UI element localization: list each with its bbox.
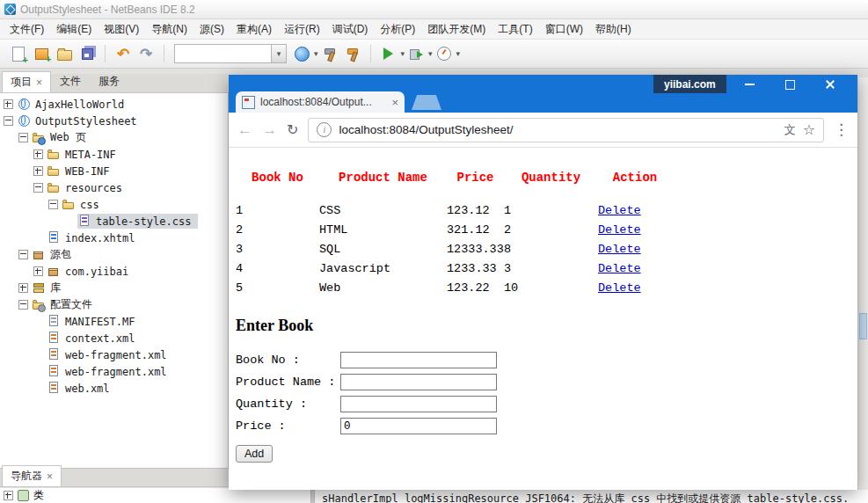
- new-project-button[interactable]: [30, 42, 53, 65]
- menu-team[interactable]: 团队开发(M): [421, 19, 492, 40]
- tree-item-context-xml[interactable]: context.xml: [0, 330, 228, 346]
- close-icon[interactable]: ×: [47, 471, 53, 482]
- collapse-toggle-icon[interactable]: [48, 200, 58, 209]
- clean-build-button[interactable]: [341, 42, 364, 65]
- menu-navigate[interactable]: 导航(N): [145, 19, 193, 40]
- tree-item-outputstylesheet[interactable]: OutputStylesheet: [0, 113, 228, 129]
- close-button[interactable]: [810, 75, 850, 94]
- tree-item-source-packages[interactable]: 源包: [0, 246, 228, 263]
- tree-item-web-pages[interactable]: Web 页: [0, 129, 228, 146]
- bookmark-star-icon[interactable]: ☆: [803, 123, 815, 137]
- save-all-button[interactable]: [76, 42, 98, 65]
- debug-project-button[interactable]: [405, 42, 427, 65]
- tree-item-libraries[interactable]: 库: [0, 280, 228, 296]
- expand-toggle-icon[interactable]: [4, 99, 13, 109]
- delete-link[interactable]: Delete: [598, 223, 641, 237]
- expand-toggle-icon[interactable]: [33, 166, 43, 176]
- menu-edit[interactable]: 编辑(E): [50, 19, 98, 40]
- editor-scrollbar[interactable]: [857, 77, 868, 490]
- delete-link[interactable]: Delete: [598, 281, 641, 295]
- menu-file[interactable]: 文件(F): [4, 19, 50, 40]
- navigator-item-label[interactable]: 类: [33, 488, 44, 503]
- scrollbar-thumb[interactable]: [859, 313, 867, 339]
- expand-toggle-icon[interactable]: [4, 491, 13, 500]
- menu-run[interactable]: 运行(R): [278, 19, 326, 40]
- xml-file-icon: [47, 332, 61, 345]
- expand-toggle-icon[interactable]: [33, 266, 43, 276]
- expand-toggle-icon[interactable]: [33, 149, 43, 159]
- configuration-combobox[interactable]: ▾: [174, 44, 287, 63]
- menu-profile[interactable]: 分析(P): [374, 19, 421, 40]
- delete-link[interactable]: Delete: [598, 243, 641, 256]
- product-name-input[interactable]: [340, 374, 497, 390]
- menu-refactor[interactable]: 重构(A): [230, 19, 278, 40]
- book-no-input[interactable]: [340, 352, 497, 368]
- menu-view[interactable]: 视图(V): [98, 19, 145, 40]
- tree-item-web-inf[interactable]: WEB-INF: [0, 163, 228, 179]
- tree-item-resources[interactable]: resources: [0, 179, 228, 196]
- tree-item-label: web.xml: [65, 383, 113, 395]
- output-log-line: sHandlerImpl logMissingResource JSF1064:…: [322, 492, 849, 503]
- tree-item-index-xhtml[interactable]: index.xhtml: [0, 230, 228, 246]
- build-project-button[interactable]: [318, 42, 341, 65]
- browser-tab[interactable]: localhost:8084/Output... ×: [236, 91, 405, 113]
- folder-icon: [47, 164, 61, 178]
- tree-item-label: 库: [50, 281, 64, 295]
- undo-icon: ↶: [117, 47, 129, 62]
- delete-link[interactable]: Delete: [598, 262, 641, 275]
- new-tab-button[interactable]: [412, 95, 441, 110]
- tab-close-icon[interactable]: ×: [391, 97, 398, 108]
- deploy-button[interactable]: [290, 42, 313, 65]
- tab-files[interactable]: 文件: [51, 70, 90, 92]
- collapse-toggle-icon[interactable]: [18, 300, 28, 310]
- expand-toggle-icon[interactable]: [18, 283, 28, 293]
- collapse-toggle-icon[interactable]: [33, 183, 43, 193]
- browser-menu-icon[interactable]: ⋮: [834, 122, 849, 137]
- undo-button[interactable]: ↶: [112, 42, 135, 65]
- page-info-icon[interactable]: i: [317, 122, 332, 137]
- delete-link[interactable]: Delete: [598, 204, 641, 217]
- quantity-input[interactable]: [340, 396, 497, 412]
- tree-item-web-fragment-xml[interactable]: web-fragment.xml: [0, 363, 228, 380]
- collapse-toggle-icon[interactable]: [18, 250, 28, 259]
- run-project-button[interactable]: [377, 42, 400, 65]
- price-input[interactable]: [340, 418, 497, 434]
- tree-item-table-style-css[interactable]: table-style.css: [0, 213, 228, 230]
- cell-quantity: 8: [504, 239, 598, 259]
- profile-project-button[interactable]: [433, 42, 456, 65]
- tree-item-configuration-files[interactable]: 配置文件: [0, 296, 228, 313]
- open-project-button[interactable]: [53, 42, 76, 65]
- tree-item-meta-inf[interactable]: META-INF: [0, 146, 228, 163]
- add-button[interactable]: Add: [236, 445, 273, 463]
- address-bar[interactable]: i localhost:8084/OutputStylesheet/ 文 ☆: [308, 118, 824, 142]
- chevron-down-icon[interactable]: ▾: [271, 45, 286, 62]
- menu-source[interactable]: 源(S): [193, 19, 230, 40]
- redo-button[interactable]: ↷: [135, 42, 157, 65]
- tree-item-com-yiibai[interactable]: com.yiibai: [0, 263, 228, 280]
- close-icon[interactable]: ×: [36, 77, 42, 88]
- tree-item-label: index.xhtml: [65, 232, 138, 244]
- tab-navigator-label: 导航器: [11, 469, 42, 484]
- menu-help[interactable]: 帮助(H): [589, 19, 638, 40]
- tree-item-web-fragment-xml[interactable]: web-fragment.xml: [0, 346, 228, 363]
- new-file-button[interactable]: [7, 42, 30, 65]
- tree-item-web-xml[interactable]: web.xml: [0, 380, 228, 397]
- tab-services[interactable]: 服务: [90, 70, 128, 92]
- maximize-button[interactable]: [770, 75, 810, 94]
- translate-icon[interactable]: 文: [784, 122, 796, 138]
- tree-item-ajaxhelloworld[interactable]: AjaxHelloWorld: [0, 96, 228, 113]
- chevron-down-icon[interactable]: ▾: [456, 49, 461, 58]
- menu-tools[interactable]: 工具(T): [492, 19, 538, 40]
- collapse-toggle-icon[interactable]: [4, 116, 13, 126]
- tab-projects[interactable]: 项目 ×: [2, 71, 51, 92]
- back-icon[interactable]: ←: [237, 122, 252, 137]
- collapse-toggle-icon[interactable]: [18, 133, 28, 142]
- menu-window[interactable]: 窗口(W): [539, 19, 589, 40]
- tree-item-css[interactable]: css: [0, 196, 228, 213]
- forward-icon[interactable]: →: [262, 122, 277, 137]
- tree-item-manifest-mf[interactable]: MANIFEST.MF: [0, 313, 228, 330]
- minimize-button[interactable]: [729, 75, 770, 94]
- reload-icon[interactable]: ↻: [287, 123, 298, 137]
- tab-navigator[interactable]: 导航器 ×: [2, 465, 62, 486]
- menu-debug[interactable]: 调试(D): [326, 19, 375, 40]
